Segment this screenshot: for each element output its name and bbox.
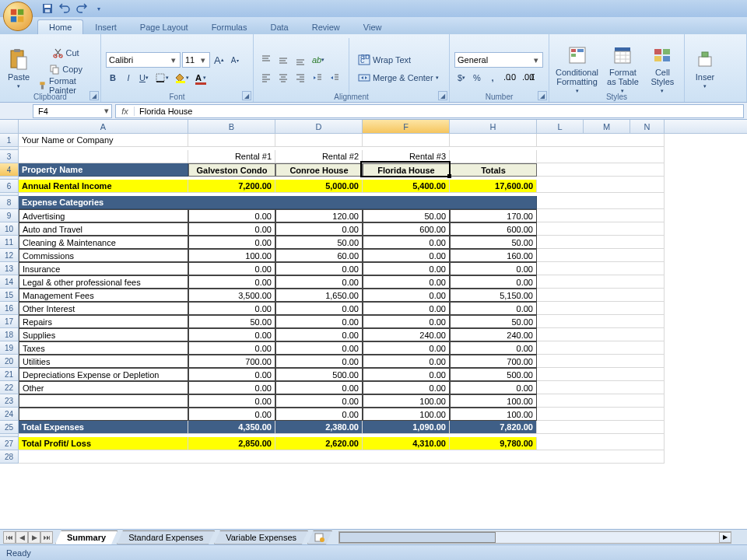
- cell[interactable]: 17,600.00: [450, 180, 537, 193]
- row-header-4[interactable]: 4: [0, 163, 19, 177]
- cell[interactable]: 0.00: [275, 222, 363, 236]
- cell[interactable]: [537, 355, 665, 368]
- cell[interactable]: 500.00: [450, 368, 537, 381]
- col-header-F[interactable]: F: [363, 120, 450, 133]
- cell[interactable]: 0.00: [188, 262, 275, 275]
- align-left-button[interactable]: [258, 70, 274, 86]
- cell[interactable]: [537, 341, 665, 355]
- cell[interactable]: 0.00: [363, 381, 450, 394]
- cell[interactable]: 0.00: [363, 236, 450, 249]
- cell[interactable]: 0.00: [188, 381, 275, 394]
- cell[interactable]: [537, 368, 665, 381]
- cell[interactable]: 240.00: [363, 328, 450, 341]
- row-header-21[interactable]: 21: [0, 368, 19, 381]
- tab-data[interactable]: Data: [258, 19, 300, 34]
- border-button[interactable]: ▾: [153, 70, 171, 86]
- fill-color-button[interactable]: ▾: [173, 70, 191, 86]
- tab-review[interactable]: Review: [300, 19, 352, 34]
- cell[interactable]: [275, 134, 363, 147]
- col-header-M[interactable]: M: [584, 120, 630, 133]
- cell[interactable]: [537, 262, 665, 275]
- bold-button[interactable]: B: [106, 70, 120, 86]
- cell[interactable]: Total Expenses: [19, 421, 188, 434]
- cell[interactable]: 4,310.00: [363, 437, 450, 450]
- cell[interactable]: [537, 236, 665, 249]
- sheet-tab-standard-expenses[interactable]: Standard Expenses: [117, 530, 215, 544]
- sheet-tab-variable-expenses[interactable]: Variable Expenses: [214, 530, 308, 544]
- name-box[interactable]: F4▾: [33, 104, 112, 118]
- shrink-font-button[interactable]: A▾: [228, 52, 242, 68]
- cell[interactable]: [537, 150, 665, 163]
- tab-last-button[interactable]: ⏭: [40, 531, 53, 544]
- cell[interactable]: Galveston Condo: [188, 163, 275, 177]
- row-header-23[interactable]: 23: [0, 394, 19, 408]
- cell[interactable]: 0.00: [363, 341, 450, 355]
- scroll-right-button[interactable]: ▶: [719, 532, 731, 543]
- cell[interactable]: 100.00: [188, 249, 275, 262]
- cell[interactable]: Expense Categories: [19, 196, 537, 209]
- cell[interactable]: 160.00: [450, 249, 537, 262]
- fx-button[interactable]: fx: [116, 107, 135, 116]
- insert-cells-button[interactable]: Inser▾: [689, 37, 721, 101]
- cell[interactable]: Insurance: [19, 262, 188, 275]
- cell[interactable]: [19, 150, 188, 163]
- cell[interactable]: 240.00: [450, 328, 537, 341]
- tab-first-button[interactable]: ⏮: [3, 531, 16, 544]
- align-bottom-button[interactable]: [293, 52, 308, 68]
- paste-button[interactable]: Paste▾: [5, 37, 33, 101]
- cell[interactable]: Florida House: [363, 163, 450, 177]
- italic-button[interactable]: I: [121, 70, 135, 86]
- cell-styles-button[interactable]: Cell Styles▾: [646, 37, 679, 101]
- cell[interactable]: 0.00: [275, 315, 363, 328]
- cell[interactable]: Rental #2: [275, 150, 363, 163]
- cell[interactable]: [537, 421, 665, 434]
- cell[interactable]: Totals: [450, 163, 537, 177]
- tab-prev-button[interactable]: ◀: [16, 531, 28, 544]
- cell[interactable]: Rental #1: [188, 150, 275, 163]
- font-color-button[interactable]: A▾: [193, 70, 209, 86]
- col-header-A[interactable]: A: [19, 120, 188, 133]
- cell[interactable]: [537, 275, 665, 289]
- tab-next-button[interactable]: ▶: [28, 531, 40, 544]
- cell[interactable]: [537, 196, 665, 209]
- cell[interactable]: [537, 163, 665, 177]
- cell[interactable]: 0.00: [363, 289, 450, 302]
- font-launcher[interactable]: ◢: [242, 91, 251, 100]
- underline-button[interactable]: U▾: [137, 70, 151, 86]
- cell[interactable]: Taxes: [19, 341, 188, 355]
- cell[interactable]: 0.00: [275, 275, 363, 289]
- cell[interactable]: Your Name or Company: [19, 134, 188, 147]
- cell[interactable]: [537, 394, 665, 408]
- cell[interactable]: [537, 315, 665, 328]
- cell[interactable]: Supplies: [19, 328, 188, 341]
- grow-font-button[interactable]: A▴: [212, 52, 226, 68]
- conditional-formatting-button[interactable]: Conditional Formatting▾: [554, 37, 600, 101]
- cell[interactable]: 0.00: [275, 341, 363, 355]
- increase-indent-button[interactable]: [327, 70, 342, 86]
- undo-button[interactable]: [58, 2, 72, 16]
- cell[interactable]: 120.00: [275, 209, 363, 222]
- cell[interactable]: Cleaning & Maintenance: [19, 236, 188, 249]
- tab-insert[interactable]: Insert: [83, 19, 128, 34]
- cell[interactable]: 1,650.00: [275, 289, 363, 302]
- row-header-1[interactable]: 1: [0, 134, 19, 147]
- cell[interactable]: 5,000.00: [275, 180, 363, 193]
- cell[interactable]: 60.00: [275, 249, 363, 262]
- qat-customize[interactable]: ▾: [92, 2, 106, 16]
- row-header-9[interactable]: 9: [0, 209, 19, 222]
- row-header-14[interactable]: 14: [0, 275, 19, 289]
- cells-area[interactable]: Your Name or CompanyRental #1Rental #2Re…: [19, 134, 747, 464]
- tab-formulas[interactable]: Formulas: [200, 19, 259, 34]
- cell[interactable]: [537, 289, 665, 302]
- sheet-tab-summary[interactable]: Summary: [55, 530, 117, 544]
- cell[interactable]: 0.00: [363, 302, 450, 315]
- row-header-18[interactable]: 18: [0, 328, 19, 341]
- cell[interactable]: 2,620.00: [275, 437, 363, 450]
- cell[interactable]: [537, 209, 665, 222]
- orientation-button[interactable]: ab▾: [310, 52, 327, 68]
- row-header-15[interactable]: 15: [0, 289, 19, 302]
- row-header-22[interactable]: 22: [0, 381, 19, 394]
- number-format-combo[interactable]: General▾: [454, 52, 543, 68]
- cell[interactable]: Advertising: [19, 209, 188, 222]
- col-header-H[interactable]: H: [450, 120, 537, 133]
